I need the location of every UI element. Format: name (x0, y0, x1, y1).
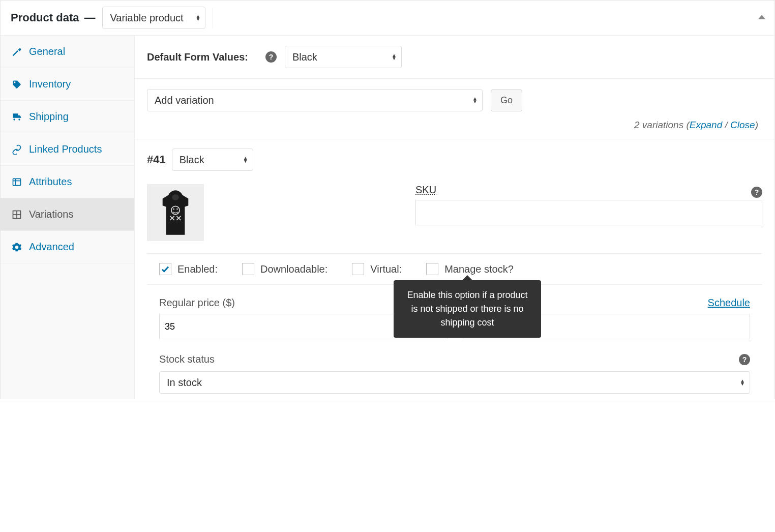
tab-label: Variations (29, 209, 73, 220)
help-icon[interactable]: ? (739, 354, 750, 365)
tab-label: Advanced (29, 241, 74, 253)
default-form-select[interactable]: Black ▲▼ (285, 46, 402, 68)
svg-point-6 (172, 194, 179, 200)
virtual-checkbox[interactable]: Virtual: (352, 263, 402, 275)
stock-status-select[interactable]: In stock ▲▼ (159, 371, 750, 394)
variation-action-row: Add variation ▲▼ Go 2 variations (Expand… (135, 79, 774, 139)
link-icon (12, 144, 22, 155)
list-icon (12, 177, 22, 187)
variations-count: 2 variations ( (634, 120, 690, 130)
tab-label: Linked Products (29, 143, 102, 155)
virtual-tooltip: Enable this option if a product is not s… (394, 280, 541, 338)
schedule-link[interactable]: Schedule (708, 297, 750, 309)
stock-status-label: Stock status (159, 353, 215, 365)
default-form-label: Default Form Values: (147, 51, 248, 63)
tab-linked-products[interactable]: Linked Products (1, 133, 134, 166)
help-icon[interactable]: ? (751, 187, 762, 198)
hoodie-icon (157, 189, 194, 236)
variation-header: #41 Black ▲▼ (135, 139, 774, 175)
tab-label: Inventory (29, 78, 71, 90)
panel-header: Product data — Variable product ▲▼ (1, 1, 774, 36)
panel-title: Product data (11, 11, 79, 24)
tab-advanced[interactable]: Advanced (1, 231, 134, 263)
product-type-select[interactable]: Variable product ▲▼ (102, 7, 205, 29)
variation-attr-select[interactable]: Black ▲▼ (172, 149, 253, 171)
sku-label: SKU (415, 184, 436, 196)
default-form-row: Default Form Values: ? Black ▲▼ (135, 36, 774, 79)
tag-icon (12, 79, 22, 90)
tab-shipping[interactable]: Shipping (1, 101, 134, 133)
tab-general[interactable]: General (1, 36, 134, 68)
help-icon[interactable]: ? (265, 51, 277, 63)
gear-icon (12, 242, 22, 252)
tab-label: Attributes (29, 176, 72, 188)
go-button[interactable]: Go (491, 90, 522, 111)
tabs-sidebar: General Inventory Shipping Linked Produc… (1, 36, 135, 399)
wrench-icon (12, 47, 22, 57)
svg-rect-0 (13, 179, 21, 185)
expand-link[interactable]: Expand (690, 120, 722, 130)
tab-inventory[interactable]: Inventory (1, 68, 134, 101)
tab-attributes[interactable]: Attributes (1, 166, 134, 198)
sku-input[interactable] (415, 200, 762, 225)
title-dash: — (84, 11, 95, 24)
enabled-checkbox[interactable]: Enabled: (159, 263, 218, 275)
checkbox-row: Enabled: Downloadable: Virtual: Manage s… (147, 253, 762, 285)
tab-label: General (29, 46, 65, 57)
downloadable-checkbox[interactable]: Downloadable: (242, 263, 327, 275)
grid-icon (12, 210, 22, 220)
tab-variations[interactable]: Variations (1, 198, 134, 231)
variation-action-select[interactable]: Add variation ▲▼ (147, 89, 483, 111)
truck-icon (12, 112, 22, 122)
collapse-toggle-icon[interactable] (758, 13, 765, 23)
svg-point-8 (173, 209, 174, 210)
tab-label: Shipping (29, 111, 69, 123)
svg-point-9 (176, 209, 178, 210)
variation-image[interactable] (147, 184, 204, 241)
variation-id: #41 (147, 153, 166, 166)
variations-meta: 2 variations (Expand / Close) (147, 120, 762, 131)
header-separator (213, 8, 213, 28)
close-link[interactable]: Close (730, 120, 755, 130)
manage-stock-checkbox[interactable]: Manage stock? (426, 263, 514, 275)
